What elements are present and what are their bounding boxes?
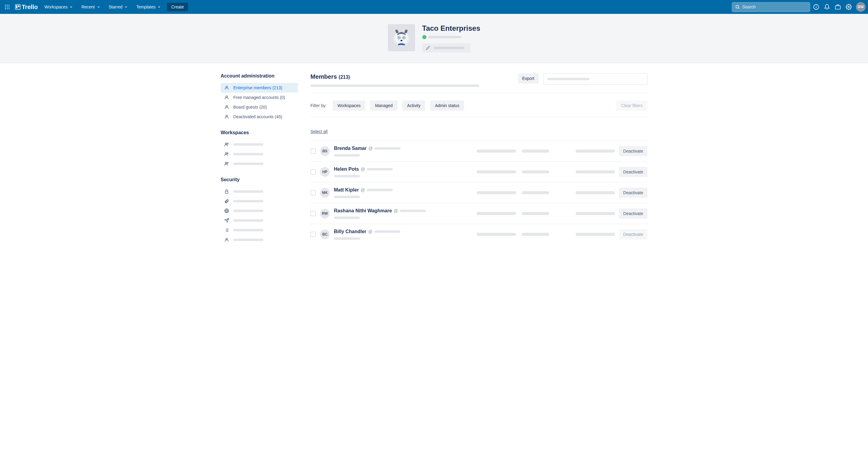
nav-workspaces[interactable]: Workspaces — [41, 3, 76, 11]
svg-point-35 — [227, 162, 228, 164]
edit-org-button[interactable] — [422, 44, 470, 53]
sidebar-security-item[interactable] — [221, 216, 298, 225]
svg-point-26 — [226, 86, 227, 88]
member-checkbox[interactable] — [310, 190, 316, 195]
member-checkbox[interactable] — [310, 169, 316, 175]
sidebar-admin-item[interactable]: Board guests (20) — [221, 102, 298, 112]
user-avatar[interactable]: DW — [856, 2, 866, 12]
member-avatar: BS — [320, 146, 330, 156]
chevron-down-icon — [157, 5, 161, 9]
svg-point-24 — [403, 37, 404, 38]
filter-managed[interactable]: Managed — [370, 101, 397, 111]
svg-line-13 — [738, 8, 739, 9]
member-checkbox[interactable] — [310, 211, 316, 216]
filter-activity[interactable]: Activity — [402, 101, 425, 111]
sidebar-workspace-item[interactable] — [221, 140, 298, 149]
member-avatar: BC — [320, 229, 330, 239]
filter-search-box[interactable] — [544, 73, 647, 85]
svg-point-30 — [225, 143, 227, 144]
member-row: RWRashana Nithi Waghmare @Deactivate — [310, 203, 647, 224]
search-box[interactable] — [732, 2, 810, 12]
skeleton — [477, 233, 516, 236]
nav-label: Templates — [136, 4, 156, 9]
sidebar-security-item[interactable] — [221, 196, 298, 206]
settings-icon[interactable] — [844, 2, 854, 12]
pencil-icon — [426, 46, 430, 50]
send-icon — [224, 218, 229, 223]
create-button[interactable]: Create — [167, 3, 188, 11]
member-row: MKMatt Kipler @Deactivate — [310, 182, 647, 203]
org-name: Taco Enterprises — [422, 24, 480, 33]
skeleton — [233, 200, 264, 202]
skeleton — [400, 209, 426, 212]
people-icon — [224, 161, 229, 166]
svg-point-12 — [736, 5, 739, 8]
apps-switcher-icon[interactable] — [2, 2, 12, 12]
svg-point-25 — [400, 40, 402, 41]
notifications-icon[interactable] — [822, 2, 832, 12]
svg-point-2 — [8, 4, 9, 5]
skeleton — [522, 233, 549, 236]
member-handle: @ — [361, 188, 365, 192]
select-all-link[interactable]: Select all — [310, 129, 328, 134]
top-navigation: Trello Workspaces Recent Starred Templat… — [0, 0, 868, 14]
skeleton — [477, 191, 516, 194]
sidebar-admin-item[interactable]: Enterprise members (213) — [221, 83, 298, 93]
trello-logo[interactable]: Trello — [13, 4, 39, 10]
filter-workspaces[interactable]: Workspaces — [333, 101, 366, 111]
sidebar-item-label: Board guests (20) — [233, 105, 267, 110]
skeleton — [367, 168, 393, 170]
member-checkbox[interactable] — [310, 148, 316, 154]
svg-point-34 — [225, 162, 227, 164]
person-icon — [224, 95, 229, 100]
nav-templates[interactable]: Templates — [133, 3, 164, 11]
briefcase-icon[interactable] — [833, 2, 843, 12]
export-button[interactable]: Export — [518, 73, 538, 84]
member-name: Rashana Nithi Waghmare — [334, 208, 392, 214]
deactivate-button[interactable]: Deactivate — [619, 146, 647, 156]
sidebar-security-item[interactable] — [221, 187, 298, 196]
skeleton — [576, 233, 615, 236]
member-row: BSBrenda Samar @Deactivate — [310, 141, 647, 161]
nav-starred[interactable]: Starred — [105, 3, 132, 11]
sidebar-workspace-item[interactable] — [221, 159, 298, 169]
org-visibility — [422, 35, 480, 39]
sidebar-security-item[interactable] — [221, 206, 298, 216]
info-icon[interactable] — [811, 2, 821, 12]
nav-recent[interactable]: Recent — [78, 3, 104, 11]
svg-point-4 — [7, 6, 7, 7]
list-icon — [224, 228, 229, 232]
skeleton — [233, 238, 264, 241]
chevron-down-icon — [69, 5, 73, 9]
member-avatar: MK — [320, 188, 330, 198]
deactivate-button[interactable]: Deactivate — [619, 208, 647, 219]
sidebar-admin-item[interactable]: Free managed accounts (0) — [221, 93, 298, 102]
member-name: Helen Pots — [334, 167, 359, 172]
sidebar-item-label: Enterprise members (213) — [233, 85, 282, 90]
member-name: Matt Kipler — [334, 187, 359, 193]
nav-label: Starred — [109, 4, 123, 9]
skeleton — [233, 153, 264, 155]
sidebar-admin-item[interactable]: Deactivated accounts (45) — [221, 112, 298, 121]
deactivate-button[interactable]: Deactivate — [619, 229, 647, 239]
svg-point-8 — [8, 8, 9, 9]
nav-label: Recent — [82, 4, 95, 9]
member-checkbox[interactable] — [310, 232, 316, 237]
org-header: Taco Enterprises — [0, 14, 868, 63]
logo-text: Trello — [22, 4, 38, 10]
svg-rect-17 — [835, 6, 841, 9]
search-input[interactable] — [742, 4, 807, 9]
person-icon — [224, 114, 229, 119]
deactivate-button[interactable]: Deactivate — [619, 167, 647, 177]
skeleton — [576, 149, 615, 152]
svg-point-16 — [816, 6, 816, 6]
sidebar-security-item[interactable] — [221, 225, 298, 235]
skeleton — [522, 170, 549, 173]
sidebar-security-item[interactable] — [221, 235, 298, 245]
search-icon — [735, 4, 740, 9]
skeleton — [375, 147, 401, 149]
sidebar-workspace-item[interactable] — [221, 149, 298, 159]
deactivate-button[interactable]: Deactivate — [619, 188, 647, 198]
clear-filters-button[interactable]: Clear filters — [616, 101, 647, 111]
filter-admin-status[interactable]: Admin status — [430, 101, 464, 111]
